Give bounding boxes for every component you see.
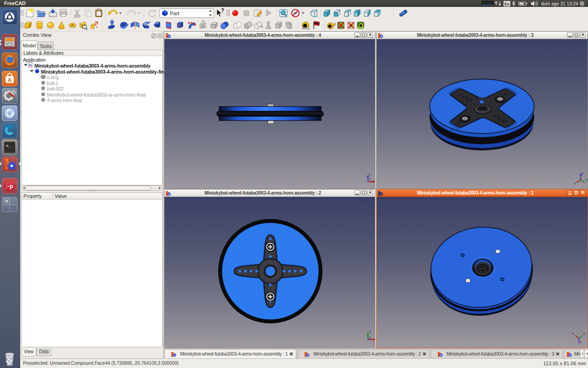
svg-text:Es: Es [504, 2, 509, 6]
svg-text:z: z [369, 172, 371, 176]
svg-text::-p: :-p [6, 183, 13, 190]
svg-text:Y: Y [369, 178, 371, 182]
svg-text:z: z [369, 335, 371, 339]
svg-text:Y: Y [585, 178, 588, 182]
svg-text:A: A [8, 77, 11, 83]
svg-text:x: x [572, 332, 574, 336]
svg-text:>_: >_ [6, 144, 11, 148]
svg-text:x: x [574, 181, 576, 185]
svg-text:Y: Y [369, 330, 371, 334]
svg-text:Y: Y [583, 332, 585, 336]
svg-text:?: ? [221, 7, 224, 14]
svg-text:z: z [582, 171, 583, 175]
svg-text:z: z [580, 340, 582, 344]
svg-text:dom ago 31 13:24: dom ago 31 13:24 [541, 1, 578, 6]
svg-text:Part: Part [170, 11, 179, 16]
